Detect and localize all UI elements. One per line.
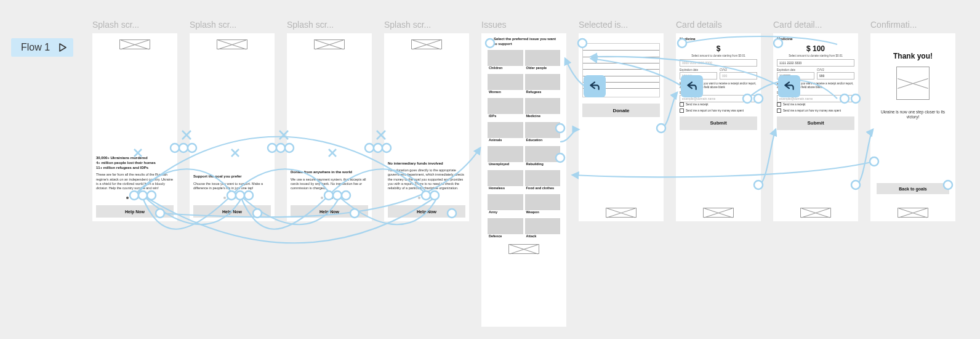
frame-splash-3[interactable]: Splash scr... Donate from anywhere in th… [287,20,372,221]
amount-display: $ 100 [806,44,825,53]
card-heading: Medicine [680,37,757,41]
help-now-button[interactable]: Help Now [291,205,368,218]
issue-label: Women [488,90,523,96]
page-dots [193,197,271,199]
frame-title: Splash scr... [92,20,177,30]
donate-button[interactable]: Donate [582,104,660,117]
page-dots [96,197,174,199]
image-placeholder-icon [606,208,637,218]
issue-tile[interactable]: Refugees [525,74,561,96]
back-arrow-icon[interactable] [778,75,800,97]
image-placeholder-icon [800,208,831,218]
frame-splash-4[interactable]: Splash scr... No intermediary funds invo… [384,20,469,221]
amount-subtext: Select amount to donate starting from $0… [691,54,745,57]
splash-heading: 30,000+ Ukrainians murdered 4+ million p… [96,156,174,170]
amount-subtext: Select amount to donate starting from $0… [789,54,843,57]
issue-tile[interactable]: Older people [525,50,561,72]
issue-label: Army [488,210,523,216]
splash-heading: Support the goal you prefer [193,174,271,179]
frame-title: Card details [676,20,761,30]
frame-card-details-2[interactable]: Card detail... Medicine $ 100 Select amo… [773,20,858,221]
issue-tile[interactable]: Education [525,122,561,144]
frame-issues[interactable]: Issues Select the preferred issue you wa… [481,20,566,327]
page-dots [388,197,465,199]
splash-body-text: Choose the issue you want to support. Ma… [193,182,271,190]
issue-tile[interactable]: Women [488,74,523,96]
issue-tile[interactable]: Homeless [488,170,523,192]
page-dots [291,197,368,199]
cvv-label: CVV2 [720,68,757,71]
issue-label: Weapon [525,210,561,216]
receipt-checkbox[interactable] [680,102,684,107]
report-checkbox[interactable] [680,108,684,113]
play-icon [58,43,67,52]
submit-button[interactable]: Submit [777,116,854,130]
frame-title: Card detail... [773,20,858,30]
issue-label: Homeless [488,186,523,192]
issues-heading: Select the preferred issue you want to s… [494,37,560,46]
help-now-button[interactable]: Help Now [96,205,174,218]
help-now-button[interactable]: Help Now [388,205,465,218]
issue-label: Unemployed [488,162,523,168]
issue-tile[interactable]: Defence [488,218,523,240]
confirm-text: Ukraine is now one step closer to its vi… [874,110,952,120]
report-label: Send me a report on how my money was spe… [783,109,841,112]
back-arrow-icon[interactable] [681,75,703,97]
issue-label: Food and clothes [525,186,561,192]
issue-tile[interactable]: Unemployed [488,146,523,168]
image-placeholder-icon [119,39,150,49]
frame-confirmation[interactable]: Confirmati... Thank you! Ukraine is now … [870,20,955,221]
receipt-label: Send me a receipt [783,103,806,106]
frame-title: Issues [481,20,566,30]
issue-tile[interactable]: Food and clothes [525,170,561,192]
issue-label: Refugees [525,90,561,96]
flow-label[interactable]: Flow 1 [11,38,73,57]
frame-card-details-1[interactable]: Card details Medicine $ Select amount to… [676,20,761,221]
cvv-input[interactable]: 000 [720,72,757,80]
issue-tile[interactable]: IDPs [488,98,523,120]
issue-tile[interactable]: Children [488,50,523,72]
splash-body-text: We use a secure payment system, that acc… [291,178,368,190]
frame-splash-1[interactable]: Splash scr... 30,000+ Ukrainians murdere… [92,20,177,221]
back-to-goals-button[interactable]: Back to goals [877,183,949,194]
back-arrow-icon[interactable] [584,75,606,97]
cvv-input[interactable]: 999 [817,72,854,80]
card-number-input[interactable]: 1111 2222 3333 [777,59,854,67]
frame-title: Selected is... [579,20,664,30]
issue-tile[interactable]: Weapon [525,194,561,216]
submit-button[interactable]: Submit [680,116,757,130]
issue-tile[interactable]: Rebuilding [525,146,561,168]
card-heading: Medicine [777,37,854,41]
card-number-input[interactable]: 0000 0000 0000 0000 [680,59,757,67]
image-placeholder-icon [703,208,734,218]
issue-label: IDPs [488,114,523,120]
selected-heading [582,37,660,41]
amount-display: $ [717,44,721,53]
frame-title: Splash scr... [287,20,372,30]
issue-tile[interactable]: Animals [488,122,523,144]
issue-label: Defence [488,234,523,240]
splash-body-text: Your donation goes directly to the appro… [388,168,465,190]
exp-label: Expiration date [680,68,717,71]
issue-label: Animals [488,138,523,144]
frame-splash-2[interactable]: Splash scr... Support the goal you prefe… [190,20,275,221]
help-now-button[interactable]: Help Now [193,205,271,218]
report-checkbox[interactable] [777,108,781,113]
frame-title: Confirmati... [870,20,955,30]
frame-title: Splash scr... [384,20,469,30]
image-placeholder-icon [314,39,345,49]
issue-tile[interactable]: Army [488,194,523,216]
image-placeholder-icon [898,208,928,218]
issue-tile[interactable]: Medicine [525,98,561,120]
cvv-label: CVV2 [817,68,854,71]
receipt-checkbox[interactable] [777,102,781,107]
report-label: Send me a report on how my money was spe… [686,109,744,112]
frames-row: Splash scr... 30,000+ Ukrainians murdere… [92,20,955,327]
issue-label: Rebuilding [525,162,561,168]
issue-label: Attack [525,234,561,240]
frame-selected-issue[interactable]: Selected is... Donate [579,20,664,221]
issue-tile[interactable]: Attack [525,218,561,240]
exp-label: Expiration date [777,68,814,71]
issues-grid: ChildrenOlder peopleWomenRefugeesIDPsMed… [488,50,560,240]
image-placeholder-icon [411,39,442,49]
